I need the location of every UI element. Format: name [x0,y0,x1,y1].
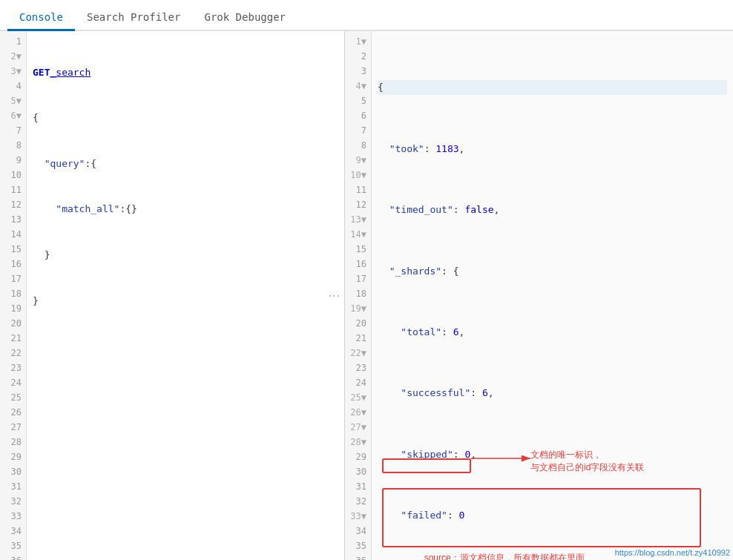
tab-console[interactable]: Console [7,5,75,31]
right-panel: 1▼ 2 3 4▼ 5 6 7 8 9▼ 10▼ 11 12 13▼ 14▼ 1… [345,31,733,560]
left-code-area: 1 2▼ 3▼ 4 5▼ 6▼ 7 8 9 10 11 12 13 14 15 … [0,31,344,560]
tab-search-profiler[interactable]: Search Profiler [75,5,192,31]
left-code-content[interactable]: GET _search { "query":{ "match_all":{} }… [27,31,344,560]
right-line-numbers: 1▼ 2 3 4▼ 5 6 7 8 9▼ 10▼ 11 12 13▼ 14▼ 1… [345,31,372,560]
right-code-area: 1▼ 2 3 4▼ 5 6 7 8 9▼ 10▼ 11 12 13▼ 14▼ 1… [345,31,733,560]
tab-grok-debugger[interactable]: Grok Debugger [192,5,298,31]
left-line-numbers: 1 2▼ 3▼ 4 5▼ 6▼ 7 8 9 10 11 12 13 14 15 … [0,31,27,560]
left-panel: 1 2▼ 3▼ 4 5▼ 6▼ 7 8 9 10 11 12 13 14 15 … [0,31,345,560]
header: Console Search Profiler Grok Debugger [0,0,733,31]
right-code-content[interactable]: { "took": 1183, "timed_out": false, "_sh… [372,31,733,560]
main-container: 1 2▼ 3▼ 4 5▼ 6▼ 7 8 9 10 11 12 13 14 15 … [0,31,733,560]
